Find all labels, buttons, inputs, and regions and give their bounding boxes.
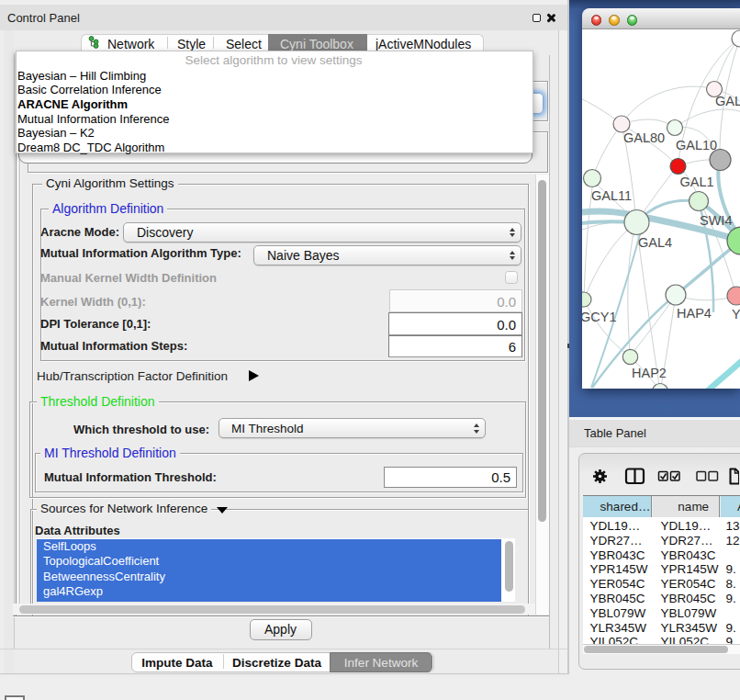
svg-text:GAL11: GAL11 bbox=[591, 188, 632, 203]
svg-text:SWI4: SWI4 bbox=[700, 213, 732, 228]
svg-text:GAL7: GAL7 bbox=[715, 94, 740, 108]
svg-text:GAL1: GAL1 bbox=[680, 175, 714, 189]
svg-text:HAP2: HAP2 bbox=[632, 366, 667, 380]
svg-text:GAL4: GAL4 bbox=[638, 235, 672, 250]
svg-text:GCY1: GCY1 bbox=[582, 310, 617, 324]
svg-text:Y: Y bbox=[732, 307, 740, 322]
svg-text:GAL10: GAL10 bbox=[676, 138, 717, 152]
svg-text:HAP4: HAP4 bbox=[677, 306, 712, 321]
svg-text:GAL80: GAL80 bbox=[623, 130, 665, 145]
